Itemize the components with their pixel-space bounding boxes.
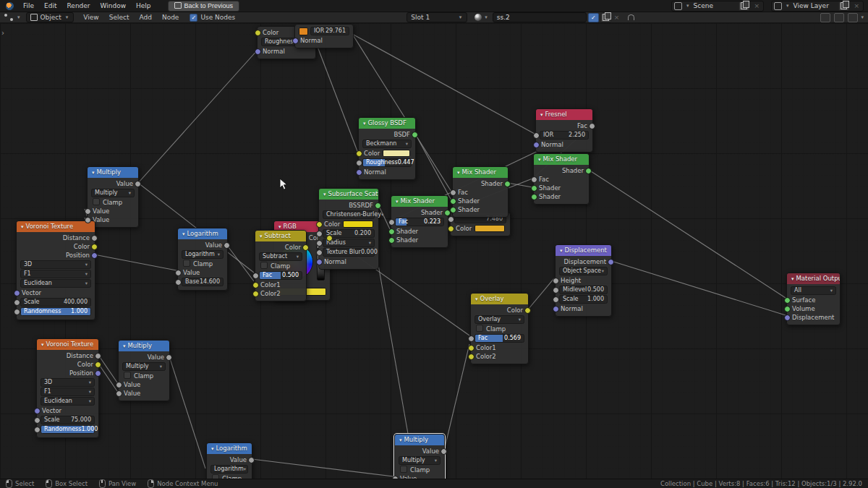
input-socket[interactable] <box>292 38 299 44</box>
value-slider-fac[interactable]: Fac0.500 <box>259 271 302 280</box>
dropdown-multiply[interactable]: Multiply▾ <box>122 362 166 371</box>
collapse-icon[interactable]: ▾ <box>475 296 478 302</box>
input-socket[interactable] <box>553 306 559 312</box>
input-socket[interactable] <box>533 142 540 148</box>
node-overlay[interactable]: ▾OverlayColorOverlay▾ClampFac0.569Color1… <box>470 293 529 364</box>
use-nodes-checkbox[interactable]: ✓ Use Nodes <box>190 14 235 22</box>
menu-select[interactable]: Select <box>104 13 135 22</box>
input-socket[interactable] <box>14 290 20 296</box>
node-voronoi-2[interactable]: ▾Voronoi TextureDistanceColorPosition3D▾… <box>36 338 99 438</box>
input-socket[interactable] <box>531 194 537 200</box>
node-header[interactable]: ▾Fresnel <box>536 109 592 120</box>
material-preview-icon[interactable] <box>475 14 482 21</box>
input-socket[interactable] <box>316 231 323 237</box>
blender-logo-icon[interactable] <box>6 2 14 10</box>
output-socket[interactable] <box>441 448 447 455</box>
dropdown-multiply[interactable]: Multiply▾ <box>399 456 441 465</box>
input-socket[interactable] <box>252 291 259 297</box>
dropdown-all[interactable]: All▾ <box>791 286 836 295</box>
input-socket[interactable] <box>255 48 261 55</box>
collapse-icon[interactable]: ▾ <box>92 170 95 176</box>
sidebar-toggle-icon[interactable]: › <box>1 29 4 37</box>
node-header[interactable]: ▾Logarithm <box>207 443 252 454</box>
node-multiply-3[interactable]: ▾MultiplyValueMultiply▾ClampValue <box>394 434 445 479</box>
collapse-icon[interactable]: ▾ <box>399 437 402 443</box>
input-socket[interactable] <box>553 296 559 303</box>
collapse-icon[interactable]: ▾ <box>396 199 399 205</box>
clamp-checkbox[interactable]: Clamp <box>88 198 138 207</box>
node-header[interactable]: ▾Multiply <box>395 435 444 445</box>
dropdown-logarithm[interactable]: Logarithm▾ <box>210 465 248 474</box>
shader-type-dropdown[interactable]: Object ▾ <box>26 12 75 22</box>
input-socket[interactable] <box>356 169 362 176</box>
node-header[interactable]: ▾Voronoi Texture <box>17 221 95 232</box>
dropdown-object-space[interactable]: Object Space▾ <box>559 267 608 275</box>
input-socket[interactable] <box>34 427 41 433</box>
collapse-icon[interactable]: ▾ <box>363 121 366 127</box>
node-mix-shader-2[interactable]: ▾Mix ShaderShaderFacShaderShader <box>452 166 509 218</box>
dropdown-multiply[interactable]: Multiply▾ <box>91 189 135 197</box>
node-glossy-bsdf[interactable]: ▾Glossy BSDFBSDFBeckmann▾ColorRoughness0… <box>358 117 416 180</box>
menu-edit[interactable]: Edit <box>39 1 61 10</box>
node-header[interactable]: ▾Overlay <box>471 294 528 304</box>
collapse-icon[interactable]: ▾ <box>41 342 44 348</box>
output-socket[interactable] <box>504 181 511 187</box>
node-header[interactable]: ▾Multiply <box>119 341 169 351</box>
output-socket[interactable] <box>302 244 309 251</box>
value-slider-midlevel[interactable]: Midlevel0.500 <box>559 286 608 294</box>
node-mix-shader-1[interactable]: ▾Mix ShaderShaderFac0.223ShaderShader <box>391 195 448 248</box>
dropdown-beckmann[interactable]: Beckmann▾ <box>362 140 412 148</box>
node-fresnel[interactable]: ▾FresnelFacIOR2.250Normal <box>535 108 593 153</box>
value-slider-scale[interactable]: Scale1.000 <box>559 295 608 304</box>
color-swatch[interactable] <box>475 225 505 232</box>
input-socket[interactable] <box>85 217 91 223</box>
node-logarithm-1[interactable]: ▾LogarithmValueLogarithm▾ClampValueBase1… <box>177 228 228 291</box>
value-slider-texture-blur[interactable]: Texture Blur0.000 <box>323 248 375 257</box>
dropdown-f1[interactable]: F1▾ <box>20 270 91 278</box>
collapse-icon[interactable]: ▾ <box>323 192 326 197</box>
collapse-icon[interactable]: ▾ <box>182 231 185 237</box>
output-socket[interactable] <box>326 235 333 241</box>
node-header[interactable]: ▾Glossy BSDF <box>359 118 415 129</box>
scene-selector[interactable]: ▾ Scene × <box>671 1 764 12</box>
checkbox-unchecked-icon[interactable] <box>93 198 100 205</box>
checkbox-unchecked-icon[interactable] <box>260 262 268 269</box>
output-socket[interactable] <box>608 259 614 265</box>
value-slider-scale[interactable]: Scale75.000 <box>41 416 95 424</box>
collapse-icon[interactable]: ▾ <box>123 343 126 349</box>
node-header[interactable]: ▾Material Output <box>787 273 840 284</box>
collapse-icon[interactable]: ▾ <box>560 248 563 254</box>
node-header[interactable]: ▾Displacement <box>556 245 611 256</box>
dropdown-logarithm[interactable]: Logarithm▾ <box>182 250 224 259</box>
input-socket[interactable] <box>316 259 323 265</box>
output-socket[interactable] <box>524 307 531 314</box>
input-socket[interactable] <box>14 299 20 306</box>
view-layer-selector[interactable]: ▾ View Layer × <box>771 1 864 12</box>
node-multiply-2[interactable]: ▾MultiplyValueMultiply▾ClampValueValue <box>118 340 170 401</box>
input-socket[interactable] <box>116 382 122 388</box>
value-slider-fac[interactable]: Fac0.223 <box>395 218 444 226</box>
dropdown-f1[interactable]: F1▾ <box>41 388 95 396</box>
output-socket[interactable] <box>166 354 172 361</box>
collapse-icon[interactable]: ▾ <box>538 157 541 163</box>
dropdown-3d[interactable]: 3D▾ <box>20 260 91 269</box>
dropdown-euclidean[interactable]: Euclidean▾ <box>41 397 95 406</box>
unlink-scene-button[interactable]: × <box>752 2 761 9</box>
input-socket[interactable] <box>14 309 20 315</box>
input-socket[interactable] <box>784 306 791 312</box>
input-socket[interactable] <box>388 219 395 226</box>
input-socket[interactable] <box>553 278 559 284</box>
menu-node[interactable]: Node <box>157 13 184 22</box>
material-name-field[interactable]: ss.2 <box>493 12 587 22</box>
node-mix-shader-3[interactable]: ▾Mix ShaderShaderFacShaderShader <box>533 153 590 205</box>
value-slider-randomness[interactable]: Randomness1.000 <box>41 425 95 434</box>
output-socket[interactable] <box>585 168 592 174</box>
new-scene-button[interactable] <box>739 1 749 11</box>
output-socket[interactable] <box>91 235 98 241</box>
input-socket[interactable] <box>448 216 454 223</box>
node-header[interactable]: ▾Logarithm <box>178 228 227 239</box>
color-swatch[interactable] <box>299 27 308 35</box>
input-socket[interactable] <box>316 240 323 247</box>
input-socket[interactable] <box>255 30 261 36</box>
dropdown-subtract[interactable]: Subtract▾ <box>259 252 302 261</box>
